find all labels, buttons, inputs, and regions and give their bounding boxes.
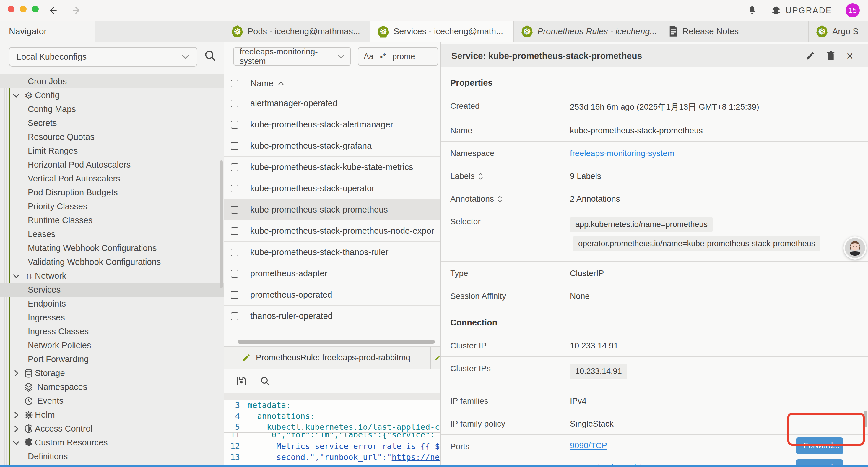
sidebar-item-vertical-pod-autoscalers[interactable]: Vertical Pod Autoscalers (0, 172, 224, 185)
table-row[interactable]: kube-prometheus-stack-thanos-ruler (224, 242, 440, 263)
sidebar-item-network-policies[interactable]: Network Policies (0, 339, 224, 352)
list-search-input[interactable]: Aa ▪* prome (358, 47, 438, 66)
detail-scrollbar[interactable] (864, 411, 867, 428)
table-row[interactable]: alertmanager-operated (224, 93, 440, 114)
back-icon[interactable] (47, 5, 59, 16)
port-link[interactable]: 9090/TCP (570, 441, 607, 450)
row-checkbox[interactable] (231, 99, 239, 107)
sort-toggle-icon[interactable] (498, 196, 502, 202)
user-avatar[interactable] (843, 236, 867, 260)
horizontal-scrollbar[interactable] (238, 340, 435, 344)
chevron-down-icon[interactable] (12, 93, 21, 98)
row-checkbox[interactable] (231, 164, 239, 171)
sidebar-item-port-forwarding[interactable]: Port Forwarding (0, 352, 224, 366)
table-row[interactable]: kube-prometheus-stack-prometheus (224, 199, 440, 221)
editor-search-icon[interactable] (260, 376, 270, 386)
sidebar-item-namespaces[interactable]: Namespaces (0, 380, 224, 394)
sidebar-item-limit-ranges[interactable]: Limit Ranges (0, 144, 224, 158)
port-link[interactable]: 8080:reloader-web/TCP (570, 463, 658, 465)
sidebar-item-helm[interactable]: Helm (0, 408, 224, 422)
row-checkbox[interactable] (231, 121, 239, 128)
sidebar-item-resource-quotas[interactable]: Resource Quotas (0, 130, 224, 144)
select-all-checkbox[interactable] (231, 80, 239, 87)
chevron-right-icon[interactable] (12, 370, 21, 377)
navigator-panel-tab[interactable]: Navigator (0, 21, 95, 42)
yaml-editor[interactable]: 3metadata:4 annotations:5 kubectl.kubern… (224, 400, 440, 465)
close-window-button[interactable] (8, 6, 14, 12)
sidebar-item-definitions[interactable]: Definitions (0, 449, 224, 463)
forward-button[interactable]: Forward... (796, 459, 843, 466)
tab-3[interactable]: ☸Prometheus Rules - icecheng... (514, 21, 661, 42)
chevron-down-icon[interactable] (12, 274, 21, 279)
close-icon[interactable]: × (846, 50, 853, 62)
detail-label-text: Type (450, 269, 468, 278)
sidebar-item-horizontal-pod-autoscalers[interactable]: Horizontal Pod Autoscalers (0, 158, 224, 172)
navigator-search-icon[interactable] (204, 49, 217, 62)
table-row[interactable]: kube-prometheus-stack-operator (224, 178, 440, 199)
sidebar-item-secrets[interactable]: Secrets (0, 116, 224, 130)
forward-button[interactable]: Forward... (796, 437, 843, 454)
upgrade-button[interactable]: UPGRADE (771, 5, 832, 16)
tab-1[interactable]: ☸Pods - icecheng@mathmas... (224, 21, 370, 42)
edit-pencil-icon[interactable] (806, 51, 815, 61)
row-checkbox[interactable] (231, 185, 239, 193)
sidebar-item-runtime-classes[interactable]: Runtime Classes (0, 213, 224, 227)
code-link[interactable]: https://net (392, 453, 440, 462)
row-checkbox[interactable] (231, 270, 239, 278)
table-row[interactable]: prometheus-adapter (224, 263, 440, 284)
sidebar-item-leases[interactable]: Leases (0, 227, 224, 241)
namespace-filter-select[interactable]: freeleaps-monitoring-system (233, 47, 351, 66)
sidebar-item-storage[interactable]: Storage (0, 366, 224, 380)
table-row[interactable]: thanos-ruler-operated (224, 305, 440, 327)
chevron-right-icon[interactable] (12, 411, 21, 418)
sidebar-item-config[interactable]: ⚙Config (0, 88, 224, 102)
table-row[interactable]: kube-prometheus-stack-grafana (224, 135, 440, 157)
minimize-window-button[interactable] (20, 6, 27, 12)
chevron-right-icon[interactable] (12, 425, 21, 432)
table-row[interactable]: kube-prometheus-stack-prometheus-node-ex… (224, 221, 440, 242)
regex-toggle[interactable]: ▪* (380, 52, 386, 61)
table-row[interactable]: prometheus-operated (224, 284, 440, 305)
namespace-link[interactable]: freeleaps-monitoring-system (570, 149, 674, 158)
notification-count-badge[interactable]: 15 (845, 3, 860, 18)
sidebar-item-pod-disruption-budgets[interactable]: Pod Disruption Budgets (0, 185, 224, 200)
editor-tab-partial[interactable] (431, 347, 440, 369)
tab-4[interactable]: Release Notes (661, 21, 809, 42)
tab-5[interactable]: ☸Argo Se (809, 21, 858, 42)
row-checkbox[interactable] (231, 142, 239, 150)
row-checkbox[interactable] (231, 249, 239, 256)
kubeconfig-selector[interactable]: Local Kubeconfigs (9, 47, 197, 66)
sidebar-item-access-control[interactable]: Access Control (0, 422, 224, 436)
sidebar-scrollbar[interactable] (220, 160, 223, 288)
sidebar-item-network[interactable]: ↑↓Network (0, 269, 224, 283)
sidebar-item-mutating-webhook-configurations[interactable]: Mutating Webhook Configurations (0, 241, 224, 255)
delete-trash-icon[interactable] (826, 51, 835, 61)
save-icon[interactable] (236, 376, 246, 386)
sidebar-item-events[interactable]: Events (0, 394, 224, 408)
table-row[interactable]: kube-prometheus-stack-alertmanager (224, 114, 440, 135)
editor-tab[interactable]: PrometheusRule: freeleaps-prod-rabbitmq (224, 347, 431, 369)
sidebar-item-cron-jobs[interactable]: Cron Jobs (0, 75, 224, 88)
row-checkbox[interactable] (231, 313, 239, 320)
sidebar-item-services[interactable]: Services (0, 283, 224, 297)
sort-toggle-icon[interactable] (478, 173, 483, 180)
row-checkbox[interactable] (231, 291, 239, 299)
sidebar-item-custom-resources[interactable]: Custom Resources (0, 436, 224, 449)
sidebar-item-ingresses[interactable]: Ingresses (0, 311, 224, 324)
sidebar-item-ingress-classes[interactable]: Ingress Classes (0, 324, 224, 339)
row-checkbox[interactable] (231, 227, 239, 235)
maximize-window-button[interactable] (32, 6, 39, 12)
chevron-down-icon[interactable] (12, 440, 21, 445)
tab-2[interactable]: ☸Services - icecheng@math...× (370, 21, 514, 42)
name-column-header[interactable]: Name (251, 79, 273, 88)
notifications-bell-icon[interactable] (747, 5, 757, 16)
sidebar-item-validating-webhook-configurations[interactable]: Validating Webhook Configurations (0, 255, 224, 269)
match-case-toggle[interactable]: Aa (364, 52, 373, 61)
sort-ascending-icon[interactable] (278, 82, 284, 85)
table-row[interactable]: kube-prometheus-stack-kube-state-metrics (224, 157, 440, 178)
row-checkbox[interactable] (231, 206, 239, 214)
sidebar-item-config-maps[interactable]: Config Maps (0, 102, 224, 116)
forward-icon[interactable] (71, 5, 82, 16)
sidebar-item-priority-classes[interactable]: Priority Classes (0, 200, 224, 213)
sidebar-item-endpoints[interactable]: Endpoints (0, 297, 224, 311)
